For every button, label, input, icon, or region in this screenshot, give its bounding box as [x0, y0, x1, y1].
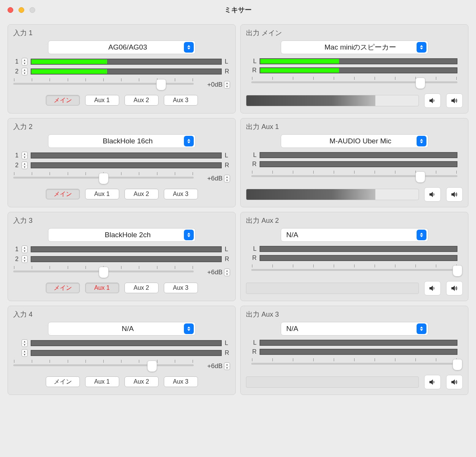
output-4-volume-slider[interactable]	[251, 358, 457, 371]
close-window-button[interactable]	[8, 7, 13, 13]
dropdown-icon	[184, 230, 194, 240]
titlebar: ミキサー	[0, 0, 476, 20]
input-4-volume-slider[interactable]	[13, 360, 194, 373]
output-1-speaker-high-button[interactable]	[446, 93, 463, 108]
input-1-channel-1-row: 1 ▲▼ L	[13, 58, 230, 65]
output-3-speaker-high-button[interactable]	[446, 281, 463, 295]
output-3-channel-2-row: R	[251, 255, 457, 261]
input-4-route-3[interactable]: Aux 3	[164, 376, 198, 387]
input-2-route-2[interactable]: Aux 2	[124, 189, 159, 199]
input-4-ch2-stepper[interactable]: ▲▼	[22, 349, 28, 357]
dropdown-icon	[417, 42, 426, 53]
input-3-channel-2-row: 2 ▲▼ R	[13, 255, 230, 263]
input-3-title: 入力 3	[13, 216, 230, 225]
input-4-device-select[interactable]: N/A	[48, 322, 196, 336]
output-1-ch1-meter	[260, 58, 457, 64]
output-3-ch1-meter	[260, 246, 457, 252]
output-4-channel-1-row: L	[251, 339, 457, 346]
input-3-volume-slider[interactable]	[13, 266, 194, 279]
input-4-route-1[interactable]: Aux 1	[85, 376, 119, 387]
input-1-route-0[interactable]: メイン	[46, 95, 80, 106]
input-2-route-3[interactable]: Aux 3	[164, 189, 198, 199]
input-1-ch2-stepper[interactable]: ▲▼	[22, 68, 28, 75]
input-2-volume-slider[interactable]	[13, 172, 194, 185]
output-4-title: 出力 Aux 3	[246, 310, 463, 319]
output-2-speaker-high-button[interactable]	[446, 187, 463, 202]
channel-label: R	[251, 161, 257, 168]
output-1-panel: 出力 メイン Mac miniのスピーカー L R	[240, 24, 468, 113]
input-4-db-label: +6dB	[207, 362, 222, 370]
device-label: N/A	[286, 325, 299, 333]
channel-label: L	[225, 152, 230, 159]
input-3-route-0[interactable]: メイン	[46, 283, 80, 293]
channel-label: L	[251, 152, 257, 159]
channel-label: R	[251, 348, 257, 355]
input-1-route-1[interactable]: Aux 1	[85, 95, 119, 106]
output-1-ch2-meter	[260, 67, 457, 73]
input-4-route-0[interactable]: メイン	[46, 376, 80, 387]
input-3-ch1-stepper[interactable]: ▲▼	[22, 246, 28, 253]
output-1-speaker-low-button[interactable]	[424, 93, 441, 108]
device-label: M-AUDIO Uber Mic	[330, 137, 392, 145]
input-3-route-3[interactable]: Aux 3	[164, 283, 198, 293]
output-2-device-select[interactable]: M-AUDIO Uber Mic	[281, 134, 428, 148]
zoom-window-button[interactable]	[30, 7, 35, 13]
input-1-ch1-stepper[interactable]: ▲▼	[22, 58, 28, 65]
output-3-volume-slider[interactable]	[251, 264, 457, 277]
input-1-route-2[interactable]: Aux 2	[124, 95, 159, 106]
input-2-ch2-meter	[31, 162, 222, 168]
input-3-panel: 入力 3 BlackHole 2ch 1 ▲▼ L 2 ▲▼ R +6dB▲▼ …	[8, 212, 236, 301]
dropdown-icon	[184, 42, 194, 53]
output-3-speaker-low-button[interactable]	[424, 281, 441, 295]
output-1-title: 出力 メイン	[246, 28, 463, 37]
output-3-device-select[interactable]: N/A	[281, 228, 428, 242]
input-2-device-select[interactable]: BlackHole 16ch	[48, 134, 196, 148]
input-4-route-2[interactable]: Aux 2	[124, 376, 159, 387]
output-1-channel-2-row: R	[251, 67, 457, 74]
input-3-db-label: +6dB	[207, 269, 222, 276]
input-3-device-select[interactable]: BlackHole 2ch	[48, 228, 196, 242]
traffic-lights	[8, 7, 35, 13]
output-3-ch2-meter	[260, 255, 457, 261]
input-1-device-select[interactable]: AG06/AG03	[48, 40, 196, 54]
device-label: N/A	[122, 325, 134, 333]
output-4-panel: 出力 Aux 3 N/A L R	[240, 306, 468, 395]
input-2-route-0[interactable]: メイン	[46, 189, 80, 199]
input-3-ch2-stepper[interactable]: ▲▼	[22, 255, 28, 263]
output-2-speaker-low-button[interactable]	[424, 187, 441, 202]
input-2-db-stepper[interactable]: ▲▼	[224, 175, 230, 182]
minimize-window-button[interactable]	[19, 7, 24, 13]
output-4-speaker-high-button[interactable]	[446, 375, 463, 389]
channel-label: L	[225, 246, 230, 253]
input-4-db-stepper[interactable]: ▲▼	[224, 362, 230, 370]
input-1-panel: 入力 1 AG06/AG03 1 ▲▼ L 2 ▲▼ R +0dB▲▼ メインA…	[8, 24, 236, 113]
input-1-volume-slider[interactable]	[13, 78, 194, 91]
output-3-title: 出力 Aux 2	[246, 216, 463, 225]
input-1-route-3[interactable]: Aux 3	[164, 95, 198, 106]
output-4-device-select[interactable]: N/A	[281, 322, 428, 336]
output-1-device-select[interactable]: Mac miniのスピーカー	[281, 40, 428, 54]
input-1-title: 入力 1	[13, 28, 230, 37]
input-4-panel: 入力 4 N/A ▲▼ L ▲▼ R +6dB▲▼ メインAux 1Aux 2A…	[8, 306, 236, 395]
output-1-volume-slider[interactable]	[251, 77, 457, 90]
output-2-volume-slider[interactable]	[251, 171, 457, 183]
input-1-db-stepper[interactable]: ▲▼	[224, 81, 230, 89]
input-4-ch1-stepper[interactable]: ▲▼	[22, 339, 28, 347]
device-label: N/A	[286, 231, 299, 239]
output-2-level-bar	[246, 189, 419, 200]
channel-label: R	[225, 350, 230, 356]
output-1-level-bar	[246, 95, 419, 106]
input-2-route-1[interactable]: Aux 1	[85, 189, 119, 199]
output-4-speaker-low-button[interactable]	[424, 375, 441, 389]
input-3-route-2[interactable]: Aux 2	[124, 283, 159, 293]
input-3-db-stepper[interactable]: ▲▼	[224, 269, 230, 276]
input-3-route-1[interactable]: Aux 1	[85, 283, 119, 293]
input-2-ch2-stepper[interactable]: ▲▼	[22, 162, 28, 169]
channel-number: 2	[13, 162, 19, 169]
input-2-ch1-meter	[31, 152, 222, 159]
channel-label: L	[225, 340, 230, 347]
channel-number: 1	[13, 152, 19, 159]
window-title: ミキサー	[224, 5, 252, 14]
input-1-channel-2-row: 2 ▲▼ R	[13, 68, 230, 75]
input-2-ch1-stepper[interactable]: ▲▼	[22, 152, 28, 159]
